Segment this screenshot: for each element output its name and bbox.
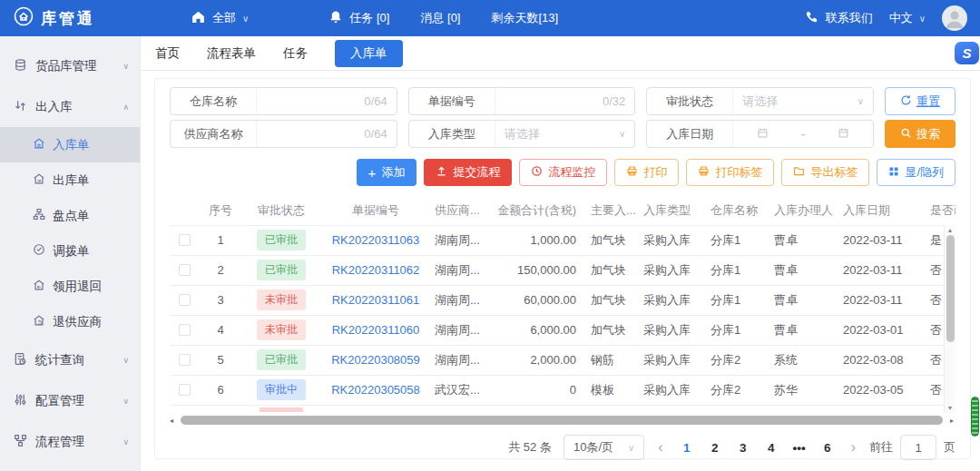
table-row[interactable]: 4 未审批 RK20220311060 湖南周... 6,000.00 加气块 … (170, 315, 956, 345)
amount-cell: 2,000.00 (495, 345, 587, 375)
vertical-scroll-thumb[interactable] (946, 235, 955, 342)
doc-no-link[interactable]: RK20220305058 (331, 383, 420, 397)
sidebar-group-statistics[interactable]: 统计查询 ∨ (0, 339, 140, 380)
table-row[interactable]: 2 已审批 RK20220311062 湖南周... 150,000.00 加气… (170, 255, 956, 285)
page-number[interactable]: 4 (761, 441, 781, 455)
scroll-down-icon[interactable]: ▼ (947, 405, 954, 411)
row-checkbox[interactable] (179, 354, 191, 366)
doc-no-input[interactable]: 0/32 (495, 88, 635, 114)
type-cell: 采购入库 (640, 345, 707, 375)
sidebar-item-requisition-return[interactable]: 领用退回 (0, 269, 140, 304)
tab-inbound-order[interactable]: 入库单 (335, 40, 403, 67)
prev-page-icon[interactable]: ‹ (656, 439, 664, 456)
flow-monitor-button[interactable]: 流程监控 (519, 159, 607, 186)
page-number[interactable]: 2 (705, 441, 725, 455)
tab-tasks[interactable]: 任务 (283, 45, 308, 62)
warehouse-back-icon (33, 314, 45, 329)
approval-status-select[interactable]: 请选择 ∨ (732, 88, 873, 114)
page-size-select[interactable]: 10条/页 ∨ (564, 435, 644, 460)
row-checkbox[interactable] (179, 294, 191, 306)
print-tag-button[interactable]: 打印标签 (686, 159, 774, 186)
table-row[interactable]: 3 未审批 RK20220311061 湖南周... 60,000.00 加气块… (170, 285, 956, 315)
inbound-type-select[interactable]: 请选择 ∨ (495, 121, 635, 147)
supplier-cell: 武汉宏... (431, 375, 495, 405)
scroll-up-icon[interactable]: ▲ (947, 227, 954, 233)
tab-flow-forms[interactable]: 流程表单 (207, 45, 256, 62)
doc-no-link[interactable]: RK20220311060 (332, 323, 420, 337)
chevron-down-icon: ∨ (619, 129, 625, 139)
row-checkbox[interactable] (179, 384, 191, 396)
sidebar-group-settings[interactable]: 配置管理 ∨ (0, 380, 140, 421)
sidebar-group-inout[interactable]: 出入库 ∧ (0, 86, 140, 127)
supplier-cell: 湖南周... (431, 345, 495, 375)
language-selector[interactable]: 中文 ∨ (889, 10, 926, 26)
sidebar-group-workflow[interactable]: 流程管理 ∨ (0, 421, 140, 462)
horizontal-scrollbar[interactable]: ◂ ▸ (170, 415, 956, 427)
scroll-left-icon[interactable]: ◂ (170, 417, 173, 425)
chevron-down-icon: ∨ (919, 14, 926, 24)
search-button[interactable]: 搜索 (885, 120, 956, 148)
page-number[interactable]: 6 (818, 441, 838, 455)
submit-flow-button[interactable]: 提交流程 (424, 159, 512, 186)
col-header: 金额合计(含税) (495, 197, 587, 225)
table-row[interactable]: 6 审批中 RK20220305058 武汉宏... 0 模板 采购入库 分库2… (170, 375, 956, 405)
side-widget-handle[interactable] (971, 397, 979, 437)
export-tag-label: 导出标签 (810, 164, 858, 181)
tab-home[interactable]: 首页 (155, 45, 180, 62)
page-number[interactable]: ••• (789, 441, 809, 455)
sidebar-item-transfer-order[interactable]: 调拨单 (0, 233, 140, 269)
row-checkbox[interactable] (179, 264, 191, 276)
toggle-columns-button[interactable]: 显/隐列 (877, 159, 956, 186)
contact-us-link[interactable]: 联系我们 (805, 10, 873, 27)
tasks-link[interactable]: 任务 [0] (328, 10, 389, 27)
add-button[interactable]: + 添加 (357, 159, 417, 186)
next-page-icon[interactable]: › (849, 439, 858, 456)
date-range-picker[interactable]: - (732, 121, 873, 147)
database-icon (14, 58, 27, 74)
sidebar-item-stocktake-order[interactable]: 盘点单 (0, 198, 140, 233)
status-badge: 审批中 (257, 379, 306, 400)
bell-icon (328, 10, 343, 27)
warehouse-name-label: 仓库名称 (171, 93, 256, 110)
supplier-cell: 湖南周... (431, 225, 495, 255)
scope-label: 全部 (212, 10, 236, 26)
row-checkbox-cell (170, 345, 199, 375)
sidebar-item-return-supplier[interactable]: 退供应商 (0, 304, 140, 339)
sidebar-item-outbound-order[interactable]: 出库单 (0, 162, 140, 198)
messages-link[interactable]: 消息 [0] (420, 10, 460, 26)
logo-house-icon (13, 5, 34, 32)
status-cell: 已审批 (242, 345, 320, 375)
export-tag-button[interactable]: 导出标签 (781, 159, 869, 186)
scope-selector[interactable]: 全部 ∨ (191, 9, 249, 27)
print-button[interactable]: 打印 (614, 159, 679, 186)
doc-no-link[interactable]: RK20220311063 (332, 233, 420, 247)
material-cell: 加气块 (587, 315, 640, 345)
scroll-right-icon[interactable]: ▸ (950, 417, 954, 425)
page-number[interactable]: 1 (677, 441, 697, 455)
sidebar-item-inbound-order[interactable]: 入库单 (0, 127, 140, 162)
doc-no-link[interactable]: RK20220311062 (332, 263, 420, 277)
doc-no-link[interactable]: RK20220311061 (332, 293, 420, 307)
row-checkbox[interactable] (179, 324, 191, 336)
supplier-name-input[interactable]: 0/64 (256, 121, 397, 147)
reset-button[interactable]: 重置 (885, 87, 956, 115)
table-row[interactable]: 5 已审批 RK20220308059 湖南周... 2,000.00 钢筋 采… (170, 345, 956, 375)
partial-status-badge (260, 407, 303, 412)
amount-cell: 0 (495, 375, 587, 405)
language-label: 中文 (889, 10, 913, 26)
approval-status-field: 审批状态 请选择 ∨ (646, 87, 874, 115)
doc-no-link[interactable]: RK20220308059 (331, 353, 420, 367)
page-number[interactable]: 3 (733, 441, 753, 455)
user-avatar[interactable] (942, 5, 967, 31)
chevron-down-icon: ∨ (122, 397, 129, 406)
warehouse-name-input[interactable]: 0/64 (256, 88, 397, 114)
material-cell: 模板 (587, 375, 640, 405)
vertical-scrollbar[interactable]: ▲ ▼ (944, 225, 956, 413)
table-row[interactable]: 1 已审批 RK20220311063 湖南周... 1,000.00 加气块 … (170, 225, 956, 255)
s-extension-badge[interactable]: S (955, 42, 979, 64)
printer-icon (626, 165, 638, 180)
sidebar-group-goods[interactable]: 货品库管理 ∨ (0, 45, 140, 86)
row-checkbox[interactable] (179, 234, 191, 246)
horizontal-scroll-thumb[interactable] (181, 416, 943, 425)
goto-page-input[interactable]: 1 (900, 435, 936, 460)
